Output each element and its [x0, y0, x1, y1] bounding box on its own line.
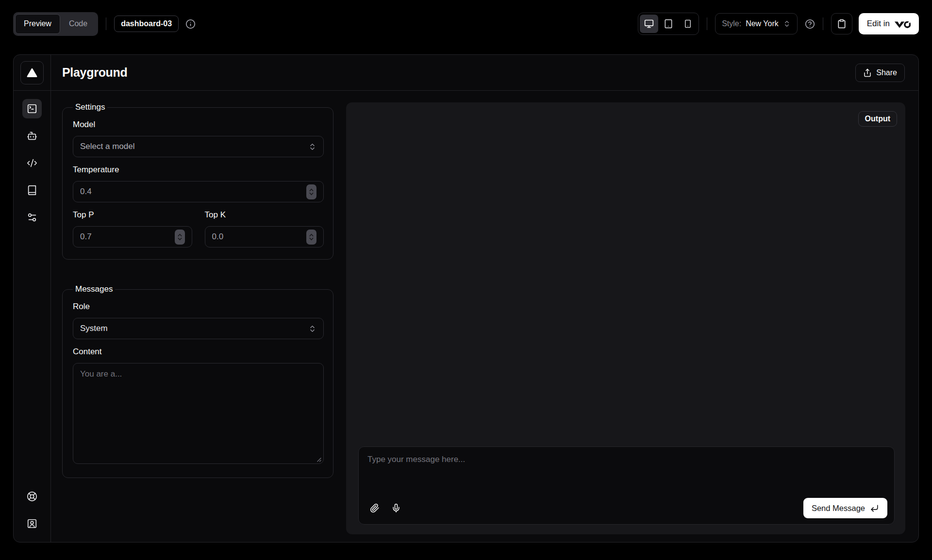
send-message-button[interactable]: Send Message	[803, 498, 887, 518]
temperature-field[interactable]	[80, 187, 138, 197]
messages-fieldset: Messages Role System Content	[62, 284, 333, 478]
bot-icon	[27, 131, 37, 141]
top-p-field[interactable]	[80, 232, 138, 242]
role-label: Role	[73, 302, 324, 312]
settings-legend: Settings	[73, 102, 107, 112]
sidebar-item-settings[interactable]	[22, 208, 42, 227]
divider	[823, 17, 823, 30]
sidebar-item-models[interactable]	[22, 126, 42, 146]
content-label: Content	[73, 347, 324, 357]
settings-sliders-icon	[27, 212, 37, 223]
home-logo-button[interactable]	[20, 61, 44, 84]
top-p-input	[73, 226, 192, 247]
book-icon	[27, 185, 37, 196]
block-name-badge: dashboard-03	[114, 16, 179, 32]
circle-help-icon	[805, 19, 815, 29]
sidebar-item-documentation[interactable]	[22, 181, 42, 200]
style-selector-value: New York	[746, 19, 779, 28]
edit-in-v0-button[interactable]: Edit in	[859, 13, 919, 34]
top-toolbar: Preview Code dashboard-03	[0, 0, 932, 48]
top-p-stepper[interactable]	[175, 230, 185, 245]
main-area: Playground Share Settings Model Select a…	[51, 55, 918, 542]
sidebar-nav	[14, 91, 50, 487]
share-button[interactable]: Share	[855, 64, 905, 82]
corner-down-left-icon	[870, 504, 879, 513]
share-button-label: Share	[876, 68, 897, 77]
chevrons-up-down-icon	[308, 143, 316, 151]
role-select-value: System	[80, 324, 108, 333]
top-p-label: Top P	[73, 210, 192, 220]
divider	[106, 17, 106, 30]
microphone-button[interactable]	[387, 499, 405, 517]
top-k-stepper[interactable]	[306, 230, 316, 245]
content-area: Settings Model Select a model Temperatur…	[51, 91, 918, 542]
v0-logo-icon	[894, 20, 911, 28]
content-textarea[interactable]	[73, 363, 324, 464]
top-k-label: Top K	[205, 210, 324, 220]
help-button[interactable]	[805, 19, 815, 29]
chevrons-up-down-icon	[783, 20, 791, 28]
monitor-icon	[644, 19, 654, 29]
vercel-triangle-icon	[27, 68, 37, 78]
chevrons-up-down-icon	[308, 325, 316, 333]
sidebar	[14, 55, 51, 542]
paperclip-icon	[370, 503, 380, 513]
model-label: Model	[73, 120, 324, 130]
role-select[interactable]: System	[73, 318, 324, 339]
message-input[interactable]	[366, 451, 887, 498]
view-mode-toggle: Preview Code	[13, 12, 98, 36]
composer-toolbar: Send Message	[366, 498, 887, 518]
page-title: Playground	[62, 66, 128, 80]
square-user-icon	[27, 518, 37, 529]
tablet-view-button[interactable]	[659, 15, 678, 33]
style-selector[interactable]: Style: New York	[715, 13, 798, 34]
model-select-placeholder: Select a model	[80, 142, 134, 151]
divider	[707, 17, 707, 30]
sidebar-item-playground[interactable]	[22, 99, 42, 118]
temperature-input	[73, 181, 324, 202]
output-panel: Output	[346, 102, 905, 534]
microphone-icon	[391, 503, 401, 513]
device-preview-toggle	[638, 13, 699, 35]
send-message-label: Send Message	[812, 504, 865, 513]
top-k-field[interactable]	[212, 232, 270, 242]
tab-preview[interactable]: Preview	[15, 14, 60, 34]
tablet-icon	[664, 19, 673, 29]
model-select[interactable]: Select a model	[73, 136, 324, 157]
tab-code[interactable]: Code	[60, 14, 96, 34]
output-badge: Output	[858, 111, 897, 127]
info-button[interactable]	[185, 19, 196, 29]
top-k-input	[205, 226, 324, 247]
attach-file-button[interactable]	[366, 499, 384, 517]
sidebar-item-api[interactable]	[22, 153, 42, 173]
code-icon	[27, 158, 37, 168]
app-frame: Playground Share Settings Model Select a…	[13, 54, 919, 543]
square-terminal-icon	[27, 103, 37, 114]
mobile-view-button[interactable]	[679, 15, 697, 33]
temperature-stepper[interactable]	[306, 184, 316, 199]
clipboard-icon	[837, 19, 847, 29]
message-composer: Send Message	[358, 446, 895, 525]
smartphone-icon	[683, 19, 692, 28]
copy-code-button[interactable]	[831, 13, 852, 34]
top-p-field-group: Top P	[73, 202, 192, 247]
sidebar-item-account[interactable]	[22, 514, 42, 533]
toolbar-left: Preview Code dashboard-03	[13, 12, 196, 36]
resize-handle[interactable]	[316, 457, 321, 462]
share-icon	[863, 68, 872, 77]
spacer	[62, 260, 333, 284]
settings-fieldset: Settings Model Select a model Temperatur…	[62, 102, 333, 260]
life-buoy-icon	[27, 491, 37, 502]
sidebar-logo-area	[14, 55, 50, 91]
content-textarea-wrap	[73, 363, 324, 466]
temperature-label: Temperature	[73, 165, 324, 175]
sidebar-item-help[interactable]	[22, 487, 42, 506]
messages-legend: Messages	[73, 284, 115, 294]
configuration-column: Settings Model Select a model Temperatur…	[62, 102, 333, 534]
top-p-top-k-row: Top P Top K	[73, 202, 324, 247]
page-header: Playground Share	[51, 55, 918, 91]
sidebar-footer	[14, 487, 50, 542]
style-selector-label: Style:	[722, 19, 741, 28]
desktop-view-button[interactable]	[640, 15, 658, 33]
info-icon	[185, 19, 196, 29]
